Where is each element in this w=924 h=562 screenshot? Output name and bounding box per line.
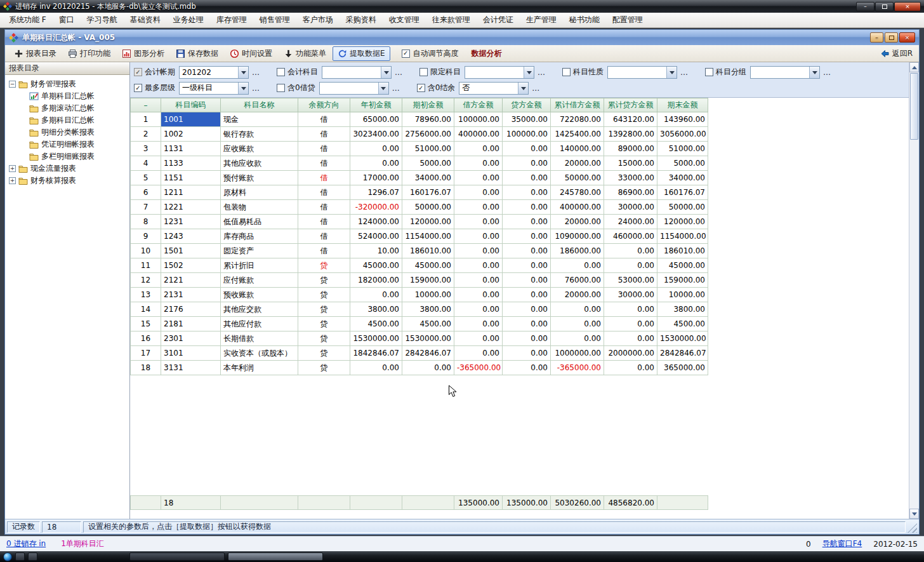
- table-cell[interactable]: 2842846.07: [657, 346, 708, 361]
- table-cell[interactable]: 2121: [161, 273, 221, 288]
- table-cell[interactable]: 159000.00: [402, 273, 454, 288]
- table-cell[interactable]: 2000000.00: [604, 346, 657, 361]
- close-button[interactable]: ×: [894, 2, 921, 11]
- table-row[interactable]: 152181其他应付款贷4500.004500.000.000.000.000.…: [131, 317, 708, 331]
- bottombar-item[interactable]: 2012-02-15: [873, 540, 918, 549]
- filter-checkbox[interactable]: [419, 68, 428, 76]
- ellipsis-button[interactable]: …: [395, 68, 403, 77]
- table-cell[interactable]: 4500.00: [402, 317, 454, 331]
- menu-item[interactable]: 学习导航: [81, 13, 124, 27]
- table-cell[interactable]: 1530000.00: [657, 331, 708, 346]
- ellipsis-button[interactable]: …: [823, 68, 831, 77]
- table-cell[interactable]: -365000.00: [551, 361, 604, 375]
- taskbar-item[interactable]: [129, 552, 225, 561]
- tree-item[interactable]: 明细分类帐报表: [6, 126, 128, 138]
- table-cell[interactable]: 应付账款: [221, 273, 298, 288]
- table-row[interactable]: 81231低值易耗品借124000.00120000.000.000.00200…: [131, 215, 708, 229]
- quick-launch-icon[interactable]: [28, 552, 37, 561]
- toolbar-button[interactable]: 提取数据E: [333, 46, 390, 61]
- filter-dropdown[interactable]: [322, 66, 392, 79]
- table-cell[interactable]: 3056000.00: [657, 127, 708, 142]
- chevron-down-icon[interactable]: [666, 67, 676, 78]
- minimize-button[interactable]: –: [856, 2, 874, 11]
- table-cell[interactable]: 2176: [161, 302, 221, 317]
- table-cell[interactable]: 1090000.00: [551, 229, 604, 244]
- table-cell[interactable]: 0.00: [503, 244, 551, 258]
- filter-dropdown[interactable]: 一级科目: [179, 82, 249, 95]
- table-cell[interactable]: 1151: [161, 171, 221, 185]
- table-cell[interactable]: 0.00: [551, 302, 604, 317]
- table-cell[interactable]: 4500.00: [657, 317, 708, 331]
- start-button[interactable]: [3, 552, 12, 561]
- table-cell[interactable]: 65000.00: [350, 112, 402, 127]
- table-cell[interactable]: 0.00: [402, 361, 454, 375]
- table-cell[interactable]: 0.00: [454, 142, 503, 156]
- table-cell[interactable]: 4500.00: [350, 317, 402, 331]
- table-cell[interactable]: 11: [131, 258, 161, 273]
- table-cell[interactable]: 86900.00: [604, 185, 657, 200]
- table-cell[interactable]: 160176.07: [657, 185, 708, 200]
- table-cell[interactable]: 160176.07: [402, 185, 454, 200]
- table-cell[interactable]: 17: [131, 346, 161, 361]
- table-cell[interactable]: 固定资产: [221, 244, 298, 258]
- table-cell[interactable]: 0.00: [350, 142, 402, 156]
- menu-item[interactable]: 收支管理: [383, 13, 426, 27]
- table-cell[interactable]: 1530000.00: [350, 331, 402, 346]
- table-cell[interactable]: 现金: [221, 112, 298, 127]
- table-cell[interactable]: 贷: [298, 302, 350, 317]
- column-header[interactable]: 累计借方金额: [551, 98, 604, 112]
- table-cell[interactable]: 400000.00: [551, 200, 604, 215]
- table-cell[interactable]: 借: [298, 171, 350, 185]
- table-row[interactable]: 122121应付账款贷182000.00159000.000.000.00760…: [131, 273, 708, 288]
- table-cell[interactable]: 20000.00: [551, 156, 604, 171]
- table-cell[interactable]: 30000.00: [604, 200, 657, 215]
- filter-dropdown[interactable]: [319, 82, 389, 95]
- table-cell[interactable]: 2131: [161, 288, 221, 302]
- table-cell[interactable]: 借: [298, 142, 350, 156]
- table-cell[interactable]: 1131: [161, 142, 221, 156]
- filter-dropdown[interactable]: 201202: [179, 66, 249, 79]
- table-cell[interactable]: 本年利润: [221, 361, 298, 375]
- table-cell[interactable]: 1502: [161, 258, 221, 273]
- table-row[interactable]: 91243库存商品借524000.001154000.000.000.00109…: [131, 229, 708, 244]
- table-cell[interactable]: 182000.00: [350, 273, 402, 288]
- filter-dropdown[interactable]: [465, 66, 534, 79]
- table-cell[interactable]: 0.00: [604, 244, 657, 258]
- table-cell[interactable]: 0.00: [551, 317, 604, 331]
- table-cell[interactable]: 0.00: [503, 156, 551, 171]
- filter-checkbox[interactable]: ✓: [134, 84, 142, 92]
- column-header[interactable]: 借方金额: [454, 98, 503, 112]
- table-cell[interactable]: 8: [131, 215, 161, 229]
- table-cell[interactable]: 0.00: [454, 317, 503, 331]
- table-cell[interactable]: 0.00: [503, 317, 551, 331]
- table-cell[interactable]: 100000.00: [503, 127, 551, 142]
- ellipsis-button[interactable]: …: [538, 68, 546, 77]
- table-cell[interactable]: 0.00: [503, 142, 551, 156]
- child-maximize-button[interactable]: [885, 32, 898, 43]
- table-cell[interactable]: 0.00: [350, 288, 402, 302]
- table-cell[interactable]: 0.00: [503, 361, 551, 375]
- table-cell[interactable]: 银行存款: [221, 127, 298, 142]
- table-cell[interactable]: 78960.00: [402, 112, 454, 127]
- filter-checkbox[interactable]: [562, 68, 571, 76]
- table-row[interactable]: 41133其他应收款借0.005000.000.000.0020000.0015…: [131, 156, 708, 171]
- filter-dropdown[interactable]: [750, 66, 820, 79]
- filter-checkbox[interactable]: [277, 68, 285, 76]
- table-cell[interactable]: 0.00: [454, 215, 503, 229]
- table-cell[interactable]: 124000.00: [350, 215, 402, 229]
- table-cell[interactable]: 15: [131, 317, 161, 331]
- table-cell[interactable]: 0.00: [503, 288, 551, 302]
- table-cell[interactable]: 0.00: [503, 215, 551, 229]
- table-cell[interactable]: 0.00: [551, 331, 604, 346]
- table-cell[interactable]: 0.00: [503, 185, 551, 200]
- table-cell[interactable]: 1392800.00: [604, 127, 657, 142]
- taskbar-item-active[interactable]: [228, 552, 323, 561]
- scrollbar-track[interactable]: [909, 140, 919, 509]
- table-cell[interactable]: 76000.00: [551, 273, 604, 288]
- column-header[interactable]: 余额方向: [298, 98, 350, 112]
- table-cell[interactable]: 1154000.00: [657, 229, 708, 244]
- table-cell[interactable]: 1002: [161, 127, 221, 142]
- table-cell[interactable]: 其他应交款: [221, 302, 298, 317]
- table-cell[interactable]: 1133: [161, 156, 221, 171]
- menu-item[interactable]: 配置管理: [606, 13, 649, 27]
